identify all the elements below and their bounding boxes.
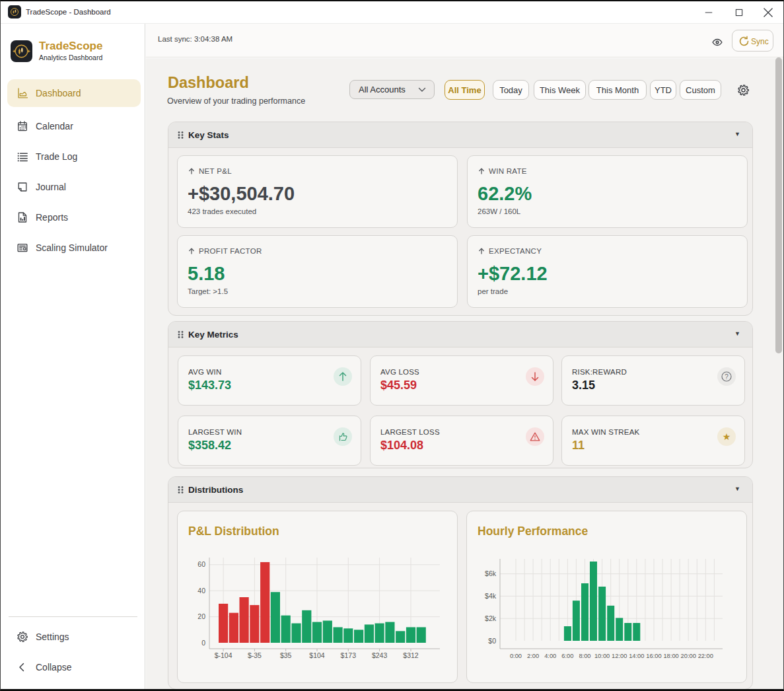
svg-text:60: 60	[197, 560, 205, 568]
svg-text:$0: $0	[488, 637, 496, 645]
svg-text:4:00: 4:00	[544, 653, 556, 659]
svg-text:$2k: $2k	[485, 614, 497, 622]
svg-text:$243: $243	[372, 651, 388, 659]
svg-text:12:00: 12:00	[612, 653, 627, 659]
svg-text:40: 40	[197, 587, 205, 595]
svg-text:16:00: 16:00	[646, 653, 661, 659]
svg-text:20: 20	[197, 612, 205, 620]
svg-text:22:00: 22:00	[698, 653, 713, 659]
svg-text:$312: $312	[403, 651, 419, 659]
svg-text:?: ?	[725, 373, 729, 381]
svg-text:0: 0	[201, 639, 205, 647]
svg-text:20:00: 20:00	[681, 653, 696, 659]
svg-text:8:00: 8:00	[579, 653, 590, 659]
svg-text:$-35: $-35	[248, 651, 262, 659]
svg-text:6:00: 6:00	[561, 653, 573, 659]
svg-text:14:00: 14:00	[629, 653, 644, 659]
svg-text:0:00: 0:00	[510, 653, 522, 659]
svg-text:10:00: 10:00	[594, 653, 610, 659]
svg-text:$4k: $4k	[485, 592, 497, 600]
svg-text:2:00: 2:00	[527, 653, 539, 659]
svg-text:$-104: $-104	[215, 651, 232, 659]
svg-text:$173: $173	[341, 651, 357, 659]
svg-text:18:00: 18:00	[663, 653, 678, 659]
svg-text:$35: $35	[280, 651, 292, 659]
svg-text:$104: $104	[309, 651, 325, 659]
svg-text:$6k: $6k	[485, 569, 497, 577]
